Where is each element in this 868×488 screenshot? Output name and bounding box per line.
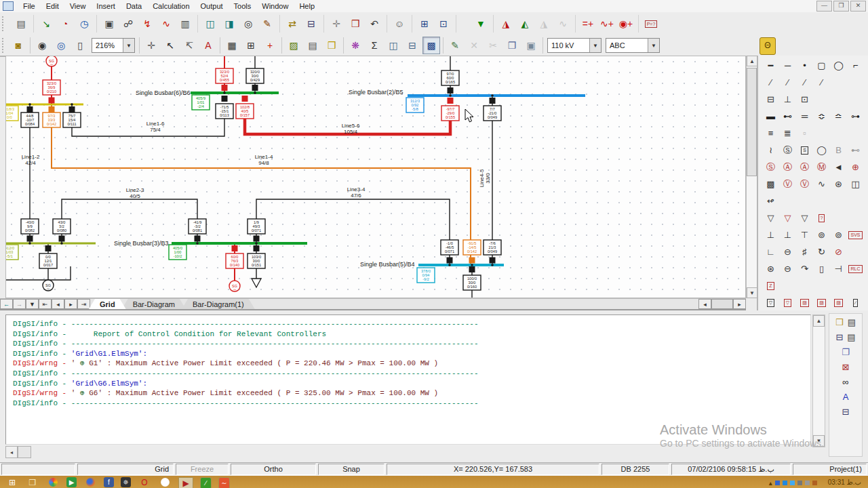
tray-icon-2-icon[interactable] <box>783 481 787 485</box>
output-scroll-down-icon[interactable]: ▼ <box>813 435 825 447</box>
toolbar-grip-2[interactable] <box>2 38 7 53</box>
save-database-button[interactable]: ⊟ <box>302 15 320 33</box>
minimize-button[interactable]: — <box>816 1 832 12</box>
canvas-vertical-scrollbar[interactable]: ▲ ▼ <box>746 56 757 298</box>
run-simulation-button[interactable]: ◭ <box>516 15 534 33</box>
result-box-9[interactable]: 75/715/40/111 <box>63 113 81 127</box>
opera-icon[interactable]: O <box>138 477 151 487</box>
store-icon[interactable]: ▶ <box>66 477 77 487</box>
point-tool[interactable]: • <box>796 58 813 74</box>
switch-1[interactable] <box>49 106 55 113</box>
result-box-25[interactable]: -7/621/30/049 <box>484 240 501 255</box>
result-box-18[interactable]: -41/9-3/20/081 <box>189 219 206 234</box>
nav-last-icon[interactable]: ⇥ <box>77 299 90 309</box>
load-mv-tool[interactable]: ▽ <box>779 210 796 226</box>
output-scroll-left-icon[interactable]: ◂ <box>5 446 18 458</box>
chrome-icon[interactable] <box>46 477 60 487</box>
output-results-button[interactable]: ▥ <box>176 15 194 33</box>
element-tool-2[interactable]: ▨ <box>813 295 830 311</box>
motor-pair-tool-1[interactable]: ⊚ <box>813 227 830 243</box>
nav-prev-icon[interactable]: ◂ <box>52 299 64 309</box>
paste-button[interactable]: ▣ <box>522 37 540 54</box>
restore-button[interactable]: ❐ <box>833 1 849 12</box>
tray-icon-4-icon[interactable] <box>797 481 802 485</box>
svs-tool[interactable]: SVS <box>847 227 864 243</box>
relay-tool-2[interactable]: ▽ <box>779 295 796 311</box>
machine-tool-2[interactable]: ⊖ <box>779 244 796 260</box>
measurement-tool[interactable]: ⊡ <box>796 92 813 108</box>
firefox-icon[interactable] <box>83 477 97 487</box>
switch-10[interactable] <box>490 98 496 104</box>
recorder-app-task[interactable]: ∕ <box>200 477 212 488</box>
pq-plot-button[interactable]: P=? <box>642 15 660 33</box>
scroll-up-icon[interactable]: ▲ <box>747 56 757 66</box>
transformer-2w-tool[interactable]: ≎ <box>813 108 830 125</box>
shunt-tool-2[interactable]: ⊥ <box>779 227 796 243</box>
results-curve-button[interactable]: ∿ <box>554 15 572 33</box>
insert-title-button[interactable]: + <box>261 37 279 54</box>
station-tool[interactable]: ⊶ <box>847 108 864 125</box>
switch-11[interactable] <box>27 236 33 242</box>
output-vertical-scrollbar[interactable]: ▲ ▼ <box>812 314 825 447</box>
tab-bar-diagram[interactable]: Bar-Diagram <box>122 299 186 309</box>
wind-generator-tool[interactable]: ⊛ <box>762 261 779 277</box>
switch-21[interactable] <box>469 266 475 272</box>
relay-tool-1[interactable]: ▽ <box>762 295 779 311</box>
add-zoom-plot-button[interactable]: ◉+ <box>617 15 635 33</box>
motor-pair-tool-2[interactable]: ⊚ <box>830 227 847 243</box>
switch-5[interactable] <box>252 85 258 91</box>
busbar-tool[interactable]: ▬ <box>762 108 779 125</box>
toolbar-grip[interactable] <box>2 16 7 31</box>
graphic-options-button[interactable]: ▩ <box>422 37 440 54</box>
result-box-24[interactable]: -91/5-14/50/142 <box>463 240 481 255</box>
switch-20[interactable] <box>490 258 496 264</box>
result-box-16[interactable]: 412/01/03-5/1 <box>6 245 18 260</box>
print-button[interactable]: ▦ <box>223 37 241 54</box>
output-save-icon[interactable]: ⊟ <box>835 333 843 342</box>
tab-scroll-thumb[interactable] <box>711 299 733 309</box>
result-box-26[interactable]: 378/00/94-9/2 <box>417 268 435 283</box>
output-window-button[interactable]: ◨ <box>220 15 238 33</box>
output-copy-icon[interactable]: ❐ <box>842 348 850 357</box>
battery-tool[interactable]: ◫ <box>847 176 864 192</box>
fuse-tool[interactable]: ⊟ <box>762 92 779 108</box>
output-print-preview-icon[interactable]: ▤ <box>848 318 856 327</box>
facebook-icon[interactable]: f <box>104 477 114 487</box>
short-circuit-button[interactable]: ↯ <box>138 15 156 33</box>
phase-combobox-dropdown-icon[interactable]: ▼ <box>648 39 659 52</box>
page-setup-button[interactable]: ⊞ <box>242 37 260 54</box>
result-box-11[interactable]: 312/30/92-5/8 <box>406 98 424 113</box>
diagram-canvas[interactable]: 323/036/90/210323/052/40/455320/030/00/4… <box>5 56 746 298</box>
run-script-button[interactable]: ◮ <box>535 15 553 33</box>
menu-help[interactable]: Help <box>294 1 320 12</box>
zoom-level-combobox-dropdown-icon[interactable]: ▼ <box>123 39 134 52</box>
impedance-tool[interactable]: Z <box>762 278 779 294</box>
link-tool[interactable]: ∟ <box>762 244 779 260</box>
bus-tool[interactable]: ━ <box>762 58 779 74</box>
bay-label-tool[interactable]: B <box>830 142 847 159</box>
transformer-3w-tool[interactable]: ≏ <box>830 108 847 125</box>
switch-0[interactable] <box>49 98 55 104</box>
output-horizontal-scrollbar[interactable]: ◂ <box>5 446 811 458</box>
switch-8[interactable] <box>448 87 454 94</box>
switch-13[interactable] <box>45 245 52 251</box>
h2-source-tool[interactable]: ⊛ <box>830 176 847 192</box>
capacitor-tool[interactable]: ⊤ <box>796 227 813 243</box>
async-machine-ext-tool[interactable]: Ⓐ <box>796 159 813 176</box>
menu-tools[interactable]: Tools <box>229 1 257 12</box>
double-busbar-tool[interactable]: ═ <box>796 108 813 125</box>
sync-machine-tool[interactable]: Ⓢ <box>779 142 796 159</box>
menu-insert[interactable]: Insert <box>91 1 121 12</box>
bus-coupler-tool[interactable]: ≣ <box>779 125 796 142</box>
result-box-13[interactable]: 7/7-21/00/049 <box>484 106 501 121</box>
menu-calculation[interactable]: Calculation <box>147 1 195 12</box>
phase-combobox[interactable]: ABC▼ <box>606 38 660 53</box>
result-box-27[interactable]: 100/030/00/160 <box>463 275 481 290</box>
cut-button[interactable]: ✂ <box>484 37 502 54</box>
tray-up-icon-icon[interactable]: ▴ <box>769 479 772 487</box>
nav-forward-icon[interactable]: → <box>13 299 26 309</box>
media-player-icon[interactable]: ✵ <box>121 477 131 487</box>
scrollbar-thumb[interactable] <box>747 68 757 176</box>
speaker-tool[interactable]: ◄ <box>830 159 847 176</box>
generator-g1[interactable]: SG∼ <box>46 56 57 66</box>
